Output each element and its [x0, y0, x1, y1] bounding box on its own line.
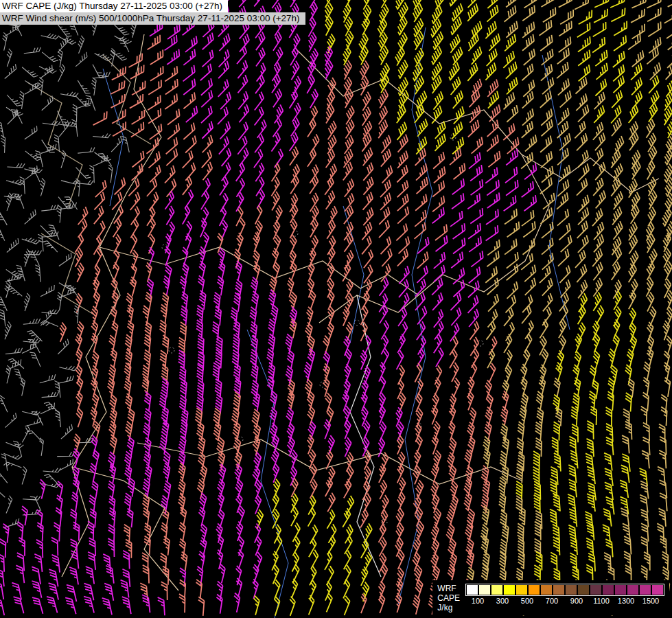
legend-swatch	[627, 584, 639, 595]
legend-panel: WRF CAPE J/kg 10030050070090011001300150…	[432, 580, 669, 615]
legend-swatch	[553, 584, 565, 595]
weather-map-page: WRF CAPE (J/kg) Thursday 27-11-2025 03:0…	[0, 0, 672, 618]
title-cape: WRF CAPE (J/kg) Thursday 27-11-2025 03:0…	[0, 0, 228, 12]
legend-swatch	[503, 584, 515, 595]
legend-tick-label: 500	[521, 597, 533, 605]
legend-swatch	[528, 584, 540, 595]
weather-map-canvas	[0, 0, 672, 618]
legend-swatch	[466, 584, 478, 595]
legend-swatch	[639, 584, 651, 595]
legend-tick-label: 1500	[642, 597, 659, 605]
legend-tick-label: 700	[546, 597, 558, 605]
legend-swatch	[577, 584, 590, 595]
legend-title-line3: J/kg	[437, 603, 460, 613]
legend-swatch	[565, 584, 577, 595]
legend-tick-label: 900	[570, 597, 583, 605]
legend-strip	[465, 584, 664, 596]
legend-scale: 100300500700900110013001500	[465, 584, 664, 606]
legend-tick-label: 100	[472, 597, 484, 605]
legend-title-line2: CAPE	[437, 593, 460, 603]
legend-tick-label: 300	[496, 597, 509, 605]
legend-ticks: 100300500700900110013001500	[465, 596, 663, 606]
title-wind-shear: WRF Wind shear (m/s) 500/1000hPa Thursda…	[0, 12, 305, 25]
legend-swatch	[590, 584, 602, 595]
legend-swatch	[515, 584, 528, 595]
legend-tick-label: 1300	[618, 597, 634, 605]
legend-swatch	[478, 584, 491, 595]
legend-swatch	[651, 584, 664, 595]
legend-title: WRF CAPE J/kg	[437, 584, 460, 613]
legend-title-line1: WRF	[437, 584, 460, 593]
legend-swatch	[540, 584, 553, 595]
legend-swatch	[602, 584, 614, 595]
legend-tick-label: 1100	[593, 597, 610, 605]
legend-swatch	[491, 584, 503, 595]
legend-swatch	[614, 584, 627, 595]
